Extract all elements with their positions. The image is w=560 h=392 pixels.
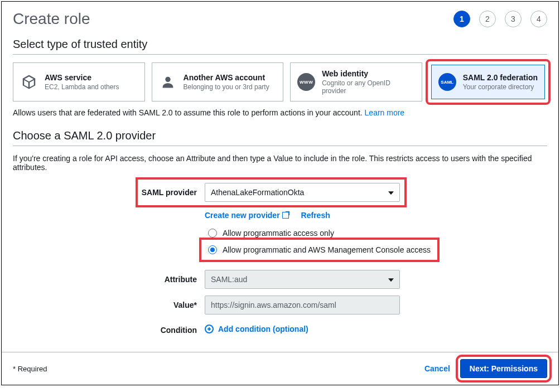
card-aws-service[interactable]: AWS service EC2, Lambda and others [13, 62, 145, 101]
learn-more-link[interactable]: Learn more [365, 108, 405, 117]
card-title: Another AWS account [184, 73, 269, 82]
radio-icon [208, 229, 217, 238]
card-title: Web identity [322, 69, 415, 78]
entity-description: Allows users that are federated with SAM… [13, 108, 547, 117]
label-condition: Condition [13, 326, 197, 335]
card-web-identity[interactable]: WWW Web identity Cognito or any OpenID p… [290, 62, 422, 101]
step-4[interactable]: 4 [530, 11, 547, 27]
section-saml-provider-title: Choose a SAML 2.0 provider [13, 129, 547, 142]
svg-point-0 [165, 77, 170, 82]
step-2[interactable]: 2 [479, 11, 496, 27]
label-attribute: Attribute [13, 275, 197, 284]
section-trusted-entity-title: Select type of trusted entity [13, 38, 547, 51]
radio-label: Allow programmatic access only [223, 229, 334, 238]
radio-icon [208, 245, 217, 254]
person-icon [159, 73, 177, 91]
step-1[interactable]: 1 [453, 11, 470, 27]
plus-icon [205, 325, 214, 333]
cancel-button[interactable]: Cancel [424, 364, 450, 373]
next-permissions-button[interactable]: Next: Permissions [460, 359, 547, 378]
www-icon: WWW [297, 73, 315, 91]
attribute-select: SAML:aud [205, 270, 400, 289]
external-link-icon [282, 212, 289, 219]
saml-icon: SAML [438, 73, 456, 91]
step-indicator: 1 2 3 4 [453, 11, 547, 27]
desc-text: Allows users that are federated with SAM… [13, 108, 365, 117]
card-subtitle: EC2, Lambda and others [45, 83, 119, 91]
saml-provider-value: AthenaLakeFormationOkta [211, 188, 304, 197]
card-title: SAML 2.0 federation [463, 73, 538, 82]
divider [13, 146, 547, 146]
card-another-account[interactable]: Another AWS account Belonging to you or … [152, 62, 284, 101]
saml-provider-select[interactable]: AthenaLakeFormationOkta [205, 183, 400, 202]
radio-label: Allow programmatic and AWS Management Co… [223, 245, 431, 254]
add-condition-label: Add condition (optional) [218, 325, 308, 333]
card-subtitle: Belonging to you or 3rd party [184, 83, 269, 91]
add-condition-link[interactable]: Add condition (optional) [205, 325, 308, 333]
required-note: * Required [13, 365, 47, 373]
value-input [205, 296, 400, 314]
card-subtitle: Cognito or any OpenID provider [322, 79, 415, 95]
card-saml-federation[interactable]: SAML SAML 2.0 federation Your corporate … [431, 65, 545, 99]
create-new-provider-label: Create new provider [205, 211, 280, 220]
radio-programmatic-console[interactable]: Allow programmatic and AWS Management Co… [205, 243, 434, 257]
divider [13, 54, 547, 55]
step-3[interactable]: 3 [505, 11, 522, 27]
cube-icon [20, 73, 38, 91]
section-help-text: If you're creating a role for API access… [13, 154, 547, 172]
label-value: Value* [13, 301, 197, 309]
page-title: Create role [13, 10, 90, 28]
attribute-value: SAML:aud [211, 275, 247, 284]
label-saml-provider: SAML provider [141, 188, 197, 197]
create-new-provider-link[interactable]: Create new provider [205, 211, 289, 220]
refresh-link[interactable]: Refresh [301, 211, 330, 220]
card-subtitle: Your corporate directory [463, 83, 538, 91]
card-title: AWS service [45, 73, 119, 82]
